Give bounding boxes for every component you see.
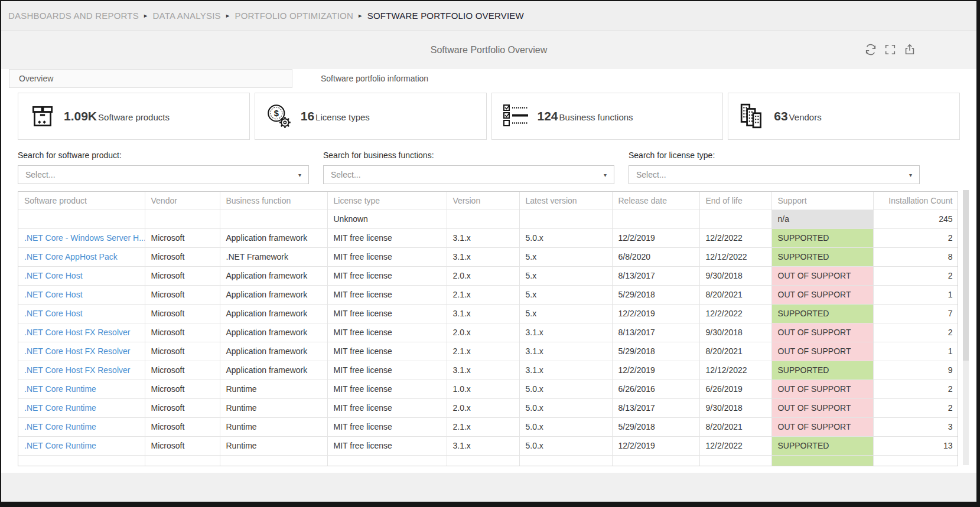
cell-installation-count: 3 — [873, 417, 958, 436]
filter-label: Search for software product: — [18, 151, 309, 160]
column-header-business-function[interactable]: Business function — [220, 192, 327, 210]
breadcrumb-item-data-analysis[interactable]: DATA ANALYSIS — [153, 11, 221, 21]
cell-installation-count: 2 — [873, 380, 958, 398]
cell-end-of-life: 9/30/2018 — [699, 323, 771, 342]
cell-business-function: Runtime — [220, 436, 327, 455]
column-header-installation-count[interactable]: Installation Count — [873, 192, 958, 210]
cell-release-date: 12/2/2019 — [612, 436, 699, 455]
filters-row: Search for software product: Select... ▾… — [18, 151, 960, 184]
column-header-support[interactable]: Support — [771, 192, 873, 210]
scrollbar-thumb[interactable] — [963, 190, 969, 361]
cell-support: n/a — [771, 210, 873, 228]
table-row: .NET Core HostMicrosoftApplication frame… — [18, 266, 958, 285]
cell-support: SUPPORTED — [771, 361, 873, 380]
software-product-link[interactable]: .NET Core Runtime — [24, 403, 96, 413]
software-product-link[interactable]: .NET Core Runtime — [24, 422, 96, 431]
column-header-vendor[interactable]: Vendor — [145, 192, 220, 210]
svg-text:$: $ — [274, 109, 278, 118]
breadcrumb-item-portfolio-optimization[interactable]: PORTFOLIO OPTIMIZATION — [235, 11, 353, 21]
software-product-link[interactable]: .NET Core Runtime — [24, 441, 96, 450]
cell-end-of-life — [699, 210, 771, 228]
cell-release-date: 5/29/2018 — [612, 417, 699, 436]
kpi-business-functions: 124 Business functions — [491, 93, 724, 140]
software-product-link[interactable]: .NET Core Runtime — [24, 384, 96, 394]
cell-installation-count: 2 — [873, 228, 958, 247]
cell-end-of-life: 12/2/2022 — [699, 304, 771, 323]
cell-latest-version: 3.1.x — [519, 361, 612, 380]
cell-latest-version: 5.0.x — [519, 398, 612, 417]
column-header-end-of-life[interactable]: End of life — [699, 192, 771, 210]
cell-support: SUPPORTED — [771, 436, 873, 455]
panel-header: Software Portfolio Overview — [1, 31, 976, 69]
cell-version — [447, 210, 519, 228]
cell-license-type: MIT free license — [327, 361, 447, 380]
filter-software-product: Search for software product: Select... ▾ — [18, 151, 309, 184]
table-row: .NET Core HostMicrosoftApplication frame… — [18, 285, 958, 304]
cell-latest-version: 5.x — [519, 266, 612, 285]
software-product-link[interactable]: .NET Core Host FX Resolver — [24, 365, 130, 375]
software-product-link[interactable]: .NET Core Host FX Resolver — [24, 346, 130, 356]
cell-support: OUT OF SUPPORT — [771, 266, 873, 285]
software-product-select[interactable]: Select... ▾ — [18, 165, 309, 184]
cell-license-type: MIT free license — [327, 228, 447, 247]
software-product-link[interactable]: .NET Core - Windows Server H... — [24, 233, 145, 243]
column-header-latest-version[interactable]: Latest version — [519, 192, 612, 210]
cell-vendor: Microsoft — [145, 380, 220, 398]
cell-installation-count: 9 — [873, 361, 958, 380]
column-header-release-date[interactable]: Release date — [612, 192, 699, 210]
cell-version: 3.1.x — [447, 361, 519, 380]
cell-version: 2.0.x — [447, 398, 519, 417]
software-product-link[interactable]: .NET Core Host — [24, 309, 83, 318]
cell-end-of-life: 9/30/2018 — [699, 398, 771, 417]
cell-release-date: 5/29/2018 — [612, 285, 699, 304]
fullscreen-icon[interactable] — [884, 43, 897, 56]
breadcrumb-separator-icon: ▸ — [226, 12, 230, 19]
export-icon[interactable] — [903, 43, 916, 56]
table-row: .NET Core Host FX ResolverMicrosoftAppli… — [18, 323, 958, 342]
cell-version: 3.1.x — [447, 228, 519, 247]
column-header-license-type[interactable]: License type — [327, 192, 447, 210]
cell-support: SUPPORTED — [771, 228, 873, 247]
kpi-value: 63 — [774, 109, 787, 123]
cell-vendor: Microsoft — [145, 247, 220, 266]
filter-label: Search for business functions: — [323, 151, 614, 160]
kpi-vendors: 63 Vendors — [728, 93, 960, 140]
cell-support: SUPPORTED — [771, 304, 873, 323]
software-product-link[interactable]: .NET Core Host — [24, 290, 83, 299]
vertical-scrollbar — [963, 190, 969, 465]
cell-latest-version: 5.x — [519, 285, 612, 304]
business-functions-select[interactable]: Select... ▾ — [323, 165, 614, 184]
column-header-version[interactable]: Version — [447, 192, 519, 210]
table-row: .NET Core RuntimeMicrosoftRuntimeMIT fre… — [18, 380, 958, 398]
cell-software-product — [18, 455, 145, 466]
license-type-select[interactable]: Select... ▾ — [629, 165, 920, 184]
cell-end-of-life — [699, 455, 771, 466]
cell-support: OUT OF SUPPORT — [771, 380, 873, 398]
cell-version: 1.0.x — [447, 380, 519, 398]
buildings-icon — [739, 103, 766, 130]
chevron-down-icon: ▾ — [604, 172, 607, 178]
software-product-link[interactable]: .NET Core Host FX Resolver — [24, 328, 130, 337]
cell-release-date: 8/13/2017 — [612, 398, 699, 417]
software-product-link[interactable]: .NET Core Host — [24, 271, 83, 280]
table-row: .NET Core Host FX ResolverMicrosoftAppli… — [18, 361, 958, 380]
tab-software-portfolio-information[interactable]: Software portfolio information — [292, 69, 976, 88]
cell-license-type: MIT free license — [327, 304, 447, 323]
kpi-label: License types — [315, 112, 370, 122]
refresh-icon[interactable] — [864, 43, 877, 56]
tab-overview[interactable]: Overview — [9, 69, 292, 88]
table-row: .NET Core HostMicrosoftApplication frame… — [18, 304, 958, 323]
cell-release-date — [612, 210, 699, 228]
cell-license-type: MIT free license — [327, 398, 447, 417]
cell-license-type: MIT free license — [327, 266, 447, 285]
cell-license-type: MIT free license — [327, 417, 447, 436]
software-product-link[interactable]: .NET Core AppHost Pack — [24, 252, 118, 261]
cell-end-of-life: 12/12/2022 — [699, 361, 771, 380]
tab-content: 1.09K Software products $ — [1, 88, 976, 473]
breadcrumb-item-dashboards[interactable]: DASHBOARDS AND REPORTS — [8, 11, 139, 21]
cell-latest-version — [519, 455, 612, 466]
cell-installation-count: 13 — [873, 436, 958, 455]
cell-license-type: MIT free license — [327, 380, 447, 398]
column-header-software-product[interactable]: Software product — [18, 192, 145, 210]
cell-release-date: 6/8/2020 — [612, 247, 699, 266]
